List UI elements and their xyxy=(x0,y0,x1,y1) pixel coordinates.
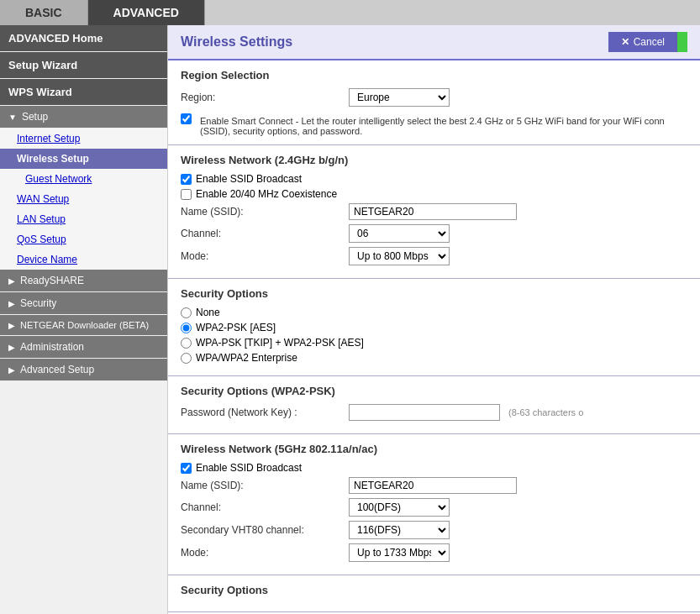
enable-ssid-label-24: Enable SSID Broadcast xyxy=(196,173,302,185)
region-section: Region Selection Region: Europe North Am… xyxy=(168,60,700,145)
smart-connect-checkbox[interactable] xyxy=(181,113,192,124)
wpa2-psk-title: Security Options (WPA2-PSK) xyxy=(181,385,687,397)
sidebar-section-netgear-downloader[interactable]: ▶ NETGEAR Downloader (BETA) xyxy=(0,315,167,335)
security-enterprise-row: WPA/WPA2 Enterprise xyxy=(181,352,687,364)
mode-row-5g: Mode: Up to 1733 Mbps Up to 867 Mbps Up … xyxy=(181,543,687,562)
sidebar-item-device-name[interactable]: Device Name xyxy=(0,249,167,270)
password-input[interactable] xyxy=(349,404,500,421)
sidebar-item-wan-setup[interactable]: WAN Setup xyxy=(0,189,167,209)
channel-row-24: Channel: 06 01 11 xyxy=(181,224,687,243)
cancel-button[interactable]: ✕ Cancel xyxy=(608,32,677,52)
region-label: Region: xyxy=(181,92,349,103)
password-label: Password (Network Key) : xyxy=(181,407,349,418)
region-row: Region: Europe North America Asia xyxy=(181,88,687,107)
enable-ssid-row-5g: Enable SSID Broadcast xyxy=(181,462,687,474)
status-indicator xyxy=(677,32,687,52)
security-options-5g-section: Security Options xyxy=(168,575,700,612)
smart-connect-label: Enable Smart Connect - Let the router in… xyxy=(200,116,687,136)
chevron-right-icon: ▶ xyxy=(8,321,15,330)
content-area: Wireless Settings ✕ Cancel Region Select… xyxy=(168,25,700,614)
security-wpa2-radio[interactable] xyxy=(181,323,192,333)
security-options-section: Security Options None WPA2-PSK [AES] WPA… xyxy=(168,279,700,376)
secondary-vht80-row: Secondary VHT80 channel: 116(DFS) 36 xyxy=(181,521,687,539)
chevron-right-icon: ▶ xyxy=(8,343,15,352)
ssid-row-5g: Name (SSID): xyxy=(181,477,687,494)
close-icon: ✕ xyxy=(621,36,629,48)
channel-row-5g: Channel: 100(DFS) 36 149 xyxy=(181,498,687,517)
ssid-input-5g[interactable] xyxy=(349,477,517,494)
region-select[interactable]: Europe North America Asia xyxy=(349,88,450,107)
ssid-label-5g: Name (SSID): xyxy=(181,480,349,491)
enable-ssid-label-5g: Enable SSID Broadcast xyxy=(196,462,302,474)
region-section-title: Region Selection xyxy=(181,69,687,81)
mode-label-5g: Mode: xyxy=(181,547,349,559)
tab-basic[interactable]: BASIC xyxy=(0,0,88,25)
security-enterprise-label: WPA/WPA2 Enterprise xyxy=(196,352,297,364)
chevron-right-icon: ▶ xyxy=(8,365,15,375)
tab-bar: BASIC ADVANCED xyxy=(0,0,700,25)
enable-ssid-row-24: Enable SSID Broadcast xyxy=(181,173,687,185)
sidebar-item-advanced-home[interactable]: ADVANCED Home xyxy=(0,25,167,51)
sidebar-section-advanced-setup[interactable]: ▶ Advanced Setup xyxy=(0,359,167,380)
wireless-5g-title: Wireless Network (5GHz 802.11a/n/ac) xyxy=(181,443,687,455)
main-layout: ADVANCED Home Setup Wizard WPS Wizard ▼ … xyxy=(0,25,700,614)
secondary-vht80-select[interactable]: 116(DFS) 36 xyxy=(349,521,450,539)
sidebar-item-setup-wizard[interactable]: Setup Wizard xyxy=(0,52,167,78)
security-options-5g-title: Security Options xyxy=(181,584,687,596)
security-combo-label: WPA-PSK [TKIP] + WPA2-PSK [AES] xyxy=(196,337,364,349)
sidebar-section-readyshare[interactable]: ▶ ReadySHARE xyxy=(0,270,167,291)
security-combo-radio[interactable] xyxy=(181,338,192,349)
sidebar-section-security[interactable]: ▶ Security xyxy=(0,292,167,314)
enable-2040-label: Enable 20/40 MHz Coexistence xyxy=(196,188,337,200)
security-none-radio[interactable] xyxy=(181,307,192,318)
chevron-right-icon: ▶ xyxy=(8,299,15,308)
channel-select-24[interactable]: 06 01 11 xyxy=(349,224,450,243)
security-wpa2-row: WPA2-PSK [AES] xyxy=(181,322,687,333)
chevron-down-icon: ▼ xyxy=(8,113,17,122)
security-none-label: None xyxy=(196,307,220,318)
channel-label-5g: Channel: xyxy=(181,501,349,513)
password-row: Password (Network Key) : (8-63 character… xyxy=(181,404,687,421)
sidebar: ADVANCED Home Setup Wizard WPS Wizard ▼ … xyxy=(0,25,168,614)
tab-advanced[interactable]: ADVANCED xyxy=(88,0,205,25)
sidebar-item-lan-setup[interactable]: LAN Setup xyxy=(0,209,167,229)
mode-row-24: Mode: Up to 800 Mbps Up to 300 Mbps Up t… xyxy=(181,247,687,265)
enable-ssid-checkbox-5g[interactable] xyxy=(181,463,192,474)
security-options-title: Security Options xyxy=(181,287,687,300)
sidebar-section-administration[interactable]: ▶ Administration xyxy=(0,336,167,358)
page-title: Wireless Settings xyxy=(181,34,292,50)
security-combo-row: WPA-PSK [TKIP] + WPA2-PSK [AES] xyxy=(181,337,687,349)
mode-label-24: Mode: xyxy=(181,250,349,262)
sidebar-item-wireless-setup[interactable]: Wireless Setup xyxy=(0,149,167,169)
channel-select-5g[interactable]: 100(DFS) 36 149 xyxy=(349,498,450,517)
secondary-vht80-label: Secondary VHT80 channel: xyxy=(181,524,349,536)
sidebar-section-setup[interactable]: ▼ Setup xyxy=(0,106,167,128)
wireless-5g-section: Wireless Network (5GHz 802.11a/n/ac) Ena… xyxy=(168,434,700,575)
password-hint: (8-63 characters o xyxy=(508,407,583,417)
ssid-label-24: Name (SSID): xyxy=(181,206,349,218)
channel-label-24: Channel: xyxy=(181,228,349,239)
security-none-row: None xyxy=(181,307,687,318)
mode-select-5g[interactable]: Up to 1733 Mbps Up to 867 Mbps Up to 400… xyxy=(349,543,450,562)
content-header: Wireless Settings ✕ Cancel xyxy=(168,25,700,60)
security-enterprise-radio[interactable] xyxy=(181,353,192,364)
enable-2040-row: Enable 20/40 MHz Coexistence xyxy=(181,188,687,200)
sidebar-item-wps-wizard[interactable]: WPS Wizard xyxy=(0,79,167,105)
chevron-right-icon: ▶ xyxy=(8,276,15,286)
enable-ssid-checkbox-24[interactable] xyxy=(181,174,192,185)
sidebar-item-qos-setup[interactable]: QoS Setup xyxy=(0,229,167,249)
enable-2040-checkbox[interactable] xyxy=(181,189,192,200)
ssid-input-24[interactable] xyxy=(349,203,517,220)
ssid-row-24: Name (SSID): xyxy=(181,203,687,220)
wireless-24-section: Wireless Network (2.4GHz b/g/n) Enable S… xyxy=(168,145,700,279)
wireless-24-title: Wireless Network (2.4GHz b/g/n) xyxy=(181,154,687,166)
wpa2-psk-section: Security Options (WPA2-PSK) Password (Ne… xyxy=(168,376,700,434)
sidebar-item-guest-network[interactable]: Guest Network xyxy=(0,169,167,189)
mode-select-24[interactable]: Up to 800 Mbps Up to 300 Mbps Up to 150 … xyxy=(349,247,450,265)
sidebar-item-internet-setup[interactable]: Internet Setup xyxy=(0,129,167,149)
security-wpa2-label: WPA2-PSK [AES] xyxy=(196,322,276,333)
